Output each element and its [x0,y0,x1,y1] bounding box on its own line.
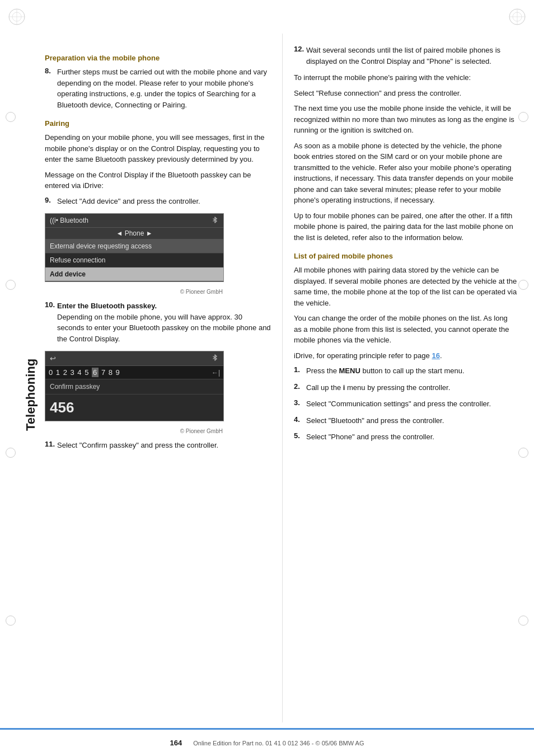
page-content: Telephoning Preparation via the mobile p… [0,0,534,756]
item-number-11: 11. [45,440,57,451]
screen-item-add: Add device [45,267,223,281]
pairing-intro-text: Depending on your mobile phone, you will… [45,132,271,165]
corner-decoration-tl [6,6,28,28]
section-heading-list: List of paired mobile phones [294,252,517,260]
passkey-backspace-icon: ←| [212,369,220,377]
right-margin-circle-bot2 [518,616,528,626]
screen-nav-phone: ◄ Phone ► [45,228,223,240]
item-text-r2: Call up the i menu by pressing the contr… [306,382,450,393]
pairing-message-text: Message on the Control Display if the Bl… [45,170,271,191]
right-margin-circle-top [518,112,528,122]
right-margin-circle-bot [518,448,528,458]
screen1-caption: © Pioneer GmbH [45,289,224,295]
order-text: You can change the order of the mobile p… [294,313,517,346]
list-item: 4. Select "Bluetooth" and press the cont… [294,415,517,426]
item-text-r1: Press the MENU button to call up the sta… [306,365,465,377]
passkey-selected-digit: 6 [92,368,99,377]
list-item: 8. Further steps must be carried out wit… [45,67,271,110]
item-number-9: 9. [45,196,57,207]
sidebar-label: Telephoning [17,67,45,722]
item-text-10: Enter the Bluetooth passkey. [57,302,157,310]
section-heading-preparation: Preparation via the mobile phone [45,54,271,62]
bluetooth-icon [211,216,219,225]
item-text-10-sub: Depending on the mobile phone, you will … [57,313,271,343]
passkey-back-icon: ↩ [50,354,56,363]
passkey-bt-icon [211,354,219,363]
item-text-8: Further steps must be carried out with t… [57,67,271,110]
interrupt-text: Select "Refuse connection" and press the… [294,88,517,99]
left-margin-circle-bot2 [6,616,16,626]
four-phones-text: Up to four mobile phones can be paired, … [294,210,517,243]
right-margin-circle-mid [518,280,528,290]
passkey-header: ↩ [45,351,223,366]
idrive-ref-label: iDrive, for operating principle refer to… [294,351,430,360]
passkey-screen: ↩ 0 1 2 3 4 5 6 7 8 9 ←| Confirm passkey… [45,351,224,421]
left-margin-circle-mid [6,280,16,290]
screen-bluetooth-title: ((i• Bluetooth [50,217,88,224]
interrupt-intro: To interrupt the mobile phone's pairing … [294,72,517,83]
idrive-page-link[interactable]: 16 [432,351,439,360]
next-time-text: The next time you use the mobile phone i… [294,103,517,136]
screen-item-external: External device requesting access [45,240,223,253]
item-number-r4: 4. [294,415,306,426]
item-number-r5: 5. [294,431,306,443]
list-item: 5. Select "Phone" and press the controll… [294,431,517,443]
left-margin-circle-top [6,112,16,122]
passkey-digit-display: 0 1 2 3 4 5 6 7 8 9 [49,368,212,377]
item-text-r5: Select "Phone" and press the controller. [306,431,434,443]
passkey-confirm-label: Confirm passkey [45,379,223,395]
section-heading-pairing: Pairing [45,119,271,128]
item-number-8: 8. [45,67,57,110]
item-number-r3: 3. [294,398,306,410]
as-soon-text: As soon as a mobile phone is detected by… [294,140,517,206]
screen2-caption: © Pioneer GmbH [45,428,224,434]
two-col-wrapper: Preparation via the mobile phone 8. Furt… [45,34,534,722]
corner-decoration-tr [506,6,528,28]
item-number-r1: 1. [294,365,306,377]
passkey-input-row: 0 1 2 3 4 5 6 7 8 9 ←| [45,366,223,379]
item-number-10: 10. [45,300,57,344]
screen-item-refuse: Refuse connection [45,253,223,267]
all-phones-text: All mobile phones with pairing data stor… [294,265,517,308]
left-column: Preparation via the mobile phone 8. Furt… [45,34,282,722]
page-number: 164 [170,739,182,747]
item-text-11: Select "Confirm passkey" and press the c… [57,440,218,451]
item-number-12: 12. [294,45,306,67]
item-number-r2: 2. [294,382,306,393]
idrive-ref-text: iDrive, for operating principle refer to… [294,350,517,361]
list-item: 10. Enter the Bluetooth passkey. Dependi… [45,300,271,344]
list-item: 9. Select "Add device" and press the con… [45,196,271,207]
list-item: 3. Select "Communication settings" and p… [294,398,517,410]
passkey-value-display: 456 [45,395,223,421]
item-text-12: Wait several seconds until the list of p… [306,45,517,67]
item-text-r4: Select "Bluetooth" and press the control… [306,415,444,426]
item-text-9: Select "Add device" and press the contro… [57,196,200,207]
page-footer: 164 Online Edition for Part no. 01 41 0 … [0,728,534,756]
left-margin-circle-bot [6,448,16,458]
list-item: 12. Wait several seconds until the list … [294,45,517,67]
list-item: 2. Call up the i menu by pressing the co… [294,382,517,393]
item-text-r3: Select "Communication settings" and pres… [306,398,491,410]
screen-header-1: ((i• Bluetooth [45,214,223,228]
idrive-screen-1: ((i• Bluetooth ◄ Phone ► External device… [45,213,224,282]
list-item: 11. Select "Confirm passkey" and press t… [45,440,271,451]
list-item: 1. Press the MENU button to call up the … [294,365,517,377]
right-column: 12. Wait several seconds until the list … [282,34,534,722]
footer-text: Online Edition for Part no. 01 41 0 012 … [193,740,364,746]
